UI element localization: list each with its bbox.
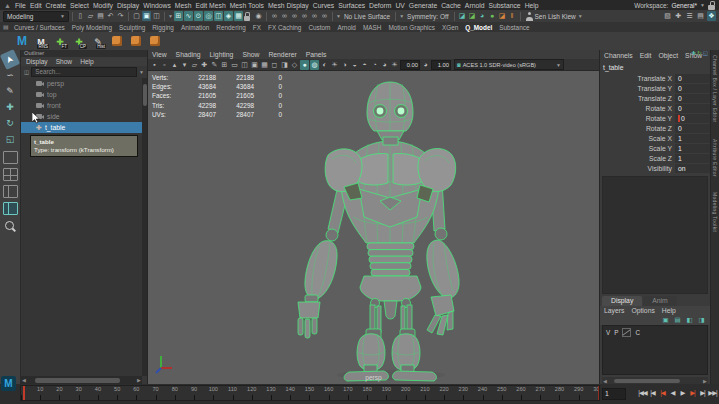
- step-forward-frame-button[interactable]: ▶|: [698, 387, 707, 399]
- grid-icon[interactable]: ⊞: [220, 60, 229, 70]
- step-forward-key-button[interactable]: ▶|: [688, 387, 697, 399]
- maya-logo-icon[interactable]: M: [14, 34, 30, 49]
- field-chart-icon[interactable]: ▦: [260, 60, 269, 70]
- shelf-tab-arnold[interactable]: Arnold: [337, 24, 355, 31]
- layout-single-pane-button[interactable]: [3, 151, 18, 164]
- textured-mode-icon[interactable]: ◐: [320, 60, 329, 70]
- camera-attrs-icon[interactable]: ▴: [170, 60, 179, 70]
- use-lights-icon[interactable]: ☀: [330, 60, 339, 70]
- xray-mode-icon[interactable]: ◔: [370, 60, 379, 70]
- outliner-item-front[interactable]: front: [21, 100, 142, 111]
- shelf-tab-mash[interactable]: MASH: [363, 24, 381, 31]
- layer-name[interactable]: C: [635, 329, 640, 336]
- link-icon-3-icon[interactable]: ∞: [290, 11, 299, 21]
- channel-value-field[interactable]: 1: [675, 144, 710, 153]
- channel-box-icon[interactable]: ☰: [685, 11, 694, 21]
- anti-alias-icon[interactable]: ◓: [360, 60, 369, 70]
- new-scene-icon[interactable]: ▯: [76, 11, 85, 21]
- menu-windows[interactable]: Windows: [143, 2, 171, 9]
- side-tab-attribute-editor[interactable]: Attribute Editor: [712, 139, 718, 177]
- move-manip-icon[interactable]: ✚: [692, 50, 697, 56]
- menu-file[interactable]: File: [15, 2, 26, 9]
- scale-manip-icon[interactable]: ◱: [703, 50, 708, 56]
- layer-menu-help[interactable]: Help: [662, 307, 676, 314]
- link-icon-5-icon[interactable]: ∞: [310, 11, 319, 21]
- bookmark-icon[interactable]: ▾: [180, 60, 189, 70]
- side-tab-channel-box-layer-editor[interactable]: Channel Box / Layer Editor: [712, 55, 718, 123]
- outliner-horizontal-scrollbar[interactable]: ◀▶: [21, 376, 142, 384]
- outliner-menu-show[interactable]: Show: [56, 58, 73, 65]
- menu-deform[interactable]: Deform: [369, 2, 391, 9]
- outliner-item-top[interactable]: top: [21, 89, 142, 100]
- channel-value-field[interactable]: 0: [675, 74, 710, 83]
- link-icon-6-icon[interactable]: ∞: [320, 11, 329, 21]
- viewport-menu-renderer[interactable]: Renderer: [268, 51, 296, 58]
- menu-select[interactable]: Select: [70, 2, 89, 9]
- filter-icon[interactable]: ◫: [24, 69, 29, 75]
- menu-uv[interactable]: UV: [395, 2, 404, 9]
- save-scene-icon[interactable]: ▤: [96, 11, 105, 21]
- workspace-lock-icon[interactable]: [708, 1, 715, 10]
- channel-value-field[interactable]: 0: [675, 114, 710, 123]
- menu-arnold[interactable]: Arnold: [465, 2, 485, 9]
- zoom-tool-icon[interactable]: [4, 220, 17, 233]
- layer-playback-toggle[interactable]: P: [614, 329, 618, 336]
- live-surface-label[interactable]: No Live Surface: [344, 13, 390, 20]
- cp-tool-icon[interactable]: ✚CP: [71, 34, 87, 49]
- layer-visibility-toggle[interactable]: V: [606, 329, 610, 336]
- menu-edit[interactable]: Edit: [30, 2, 42, 9]
- go-to-start-button[interactable]: |◀◀: [638, 387, 647, 399]
- tool-settings-icon[interactable]: ✚: [674, 11, 683, 21]
- side-tab-modeling-toolkit[interactable]: Modeling Toolkit: [712, 192, 718, 233]
- pan-zoom-2d-icon[interactable]: ✚: [200, 60, 209, 70]
- viewport-menu-view[interactable]: View: [152, 51, 167, 58]
- workspace-selector[interactable]: Workspace: General* ▼: [634, 1, 715, 10]
- menu-generate[interactable]: Generate: [409, 2, 437, 9]
- viewport-menu-show[interactable]: Show: [242, 51, 259, 58]
- shelf-tab-poly-modeling[interactable]: Poly Modeling: [72, 24, 112, 31]
- selected-object-name[interactable]: t_table: [600, 63, 710, 73]
- outliner-menu-help[interactable]: Help: [80, 58, 94, 65]
- paint-select-tool[interactable]: ✎: [2, 84, 18, 99]
- shelf-tab-custom[interactable]: Custom: [308, 24, 330, 31]
- go-to-end-button[interactable]: ▶▶|: [708, 387, 717, 399]
- link-icon-4-icon[interactable]: ∞: [300, 11, 309, 21]
- lock-selection-icon[interactable]: [244, 12, 253, 21]
- safe-action-icon[interactable]: ◻: [270, 60, 279, 70]
- render-settings-icon[interactable]: ◪: [498, 11, 507, 21]
- rotate-manip-icon[interactable]: ↻: [697, 50, 702, 56]
- layer-color-swatch[interactable]: [622, 328, 631, 337]
- channel-value-field[interactable]: 1: [675, 134, 710, 143]
- render-sequence-icon[interactable]: ●: [488, 11, 497, 21]
- ft-tool-icon[interactable]: ✚FT: [52, 34, 68, 49]
- ipr-render-icon[interactable]: ◕: [478, 11, 487, 21]
- shelf-tab-animation[interactable]: Animation: [181, 24, 209, 31]
- layer-from-selected-icon[interactable]: ▤: [673, 315, 682, 325]
- hist-tool-icon[interactable]: ✎Hist: [90, 34, 106, 49]
- grease-pencil-icon[interactable]: ✎: [210, 60, 219, 70]
- channel-value-field[interactable]: on: [675, 164, 710, 173]
- safe-title-icon[interactable]: ◨: [280, 60, 289, 70]
- menu-edit-mesh[interactable]: Edit Mesh: [195, 2, 225, 9]
- symmetry-label[interactable]: Symmetry: Off: [407, 13, 448, 20]
- live-surface-caret-icon[interactable]: ▼: [336, 13, 341, 19]
- outliner-menu-display[interactable]: Display: [26, 58, 48, 65]
- construction-history-icon[interactable]: ∞: [270, 11, 279, 21]
- move-tool[interactable]: ✚: [2, 100, 18, 115]
- channelbox-menu-channels[interactable]: Channels: [604, 52, 633, 63]
- channel-value-field[interactable]: 0: [675, 124, 710, 133]
- channel-value-field[interactable]: 0: [675, 84, 710, 93]
- highlight-selection-icon[interactable]: ◉: [254, 11, 263, 21]
- shelf-tab-substance[interactable]: Substance: [499, 24, 529, 31]
- shelf-menu-icon[interactable]: ▤: [3, 23, 9, 30]
- workspace-panel-icon[interactable]: ❖: [707, 11, 716, 21]
- layer-menu-layers[interactable]: Layers: [604, 307, 624, 314]
- menu-mesh[interactable]: Mesh: [175, 2, 192, 9]
- menu-set-dropdown[interactable]: Modeling ▼: [3, 11, 69, 22]
- open-scene-icon[interactable]: ▱: [86, 11, 95, 21]
- channel-value-field[interactable]: 1: [675, 154, 710, 163]
- wire-on-shaded-icon[interactable]: ◍: [310, 60, 319, 70]
- colorspace-dropdown[interactable]: ◙ ACES 1.0 SDR-video (sRGB) ▼: [454, 59, 564, 70]
- snap-point-icon[interactable]: ⊙: [194, 11, 203, 21]
- isolate-select-icon[interactable]: ◕: [380, 60, 389, 70]
